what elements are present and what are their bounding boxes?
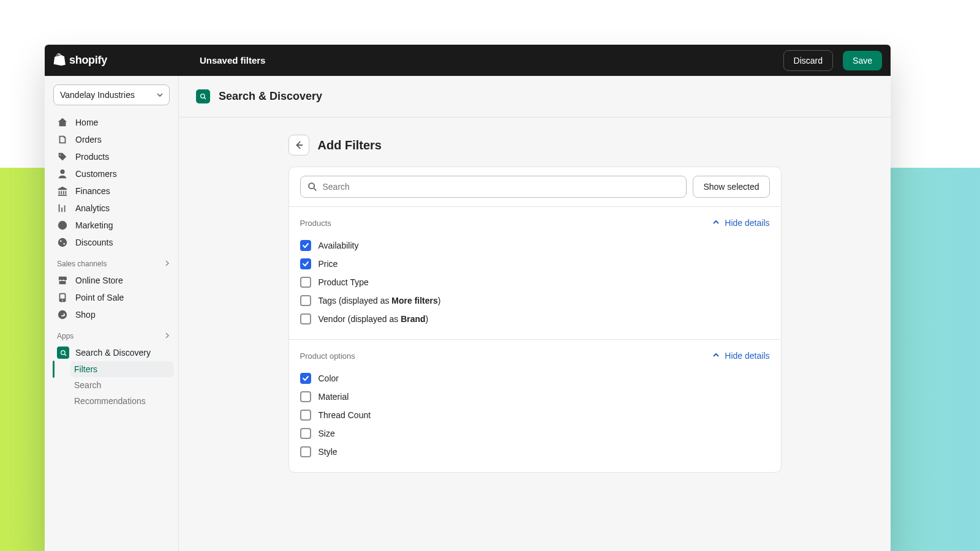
store-icon bbox=[57, 275, 68, 286]
filter-option[interactable]: Style bbox=[300, 443, 770, 461]
subheader-title: Search & Discovery bbox=[219, 90, 322, 103]
checkbox[interactable] bbox=[300, 240, 311, 251]
search-discovery-icon bbox=[196, 89, 210, 103]
page-title: Add Filters bbox=[318, 138, 382, 152]
sidebar: Vandelay Industries Home Orders Products… bbox=[45, 76, 179, 551]
filter-label: Style bbox=[318, 447, 337, 457]
filter-option[interactable]: Vendor (displayed as Brand) bbox=[300, 310, 770, 328]
app-label: Search & Discovery bbox=[75, 348, 151, 358]
group-title: Products bbox=[300, 219, 331, 228]
filter-option[interactable]: Size bbox=[300, 424, 770, 443]
filter-option[interactable]: Availability bbox=[300, 236, 770, 255]
chevron-up-icon bbox=[712, 218, 720, 228]
caret-down-icon bbox=[157, 90, 163, 100]
filter-option[interactable]: Tags (displayed as More filters) bbox=[300, 291, 770, 310]
app-sub-search[interactable]: Search bbox=[70, 377, 174, 393]
brand-text: shopify bbox=[69, 54, 107, 67]
checkbox[interactable] bbox=[300, 446, 311, 457]
filter-label: Vendor (displayed as Brand) bbox=[318, 314, 429, 324]
search-field[interactable] bbox=[300, 176, 687, 198]
nav-products[interactable]: Products bbox=[53, 148, 174, 165]
person-icon bbox=[57, 168, 68, 179]
chevron-up-icon bbox=[712, 351, 720, 361]
nav-label: Products bbox=[75, 152, 109, 162]
shop-icon bbox=[57, 309, 68, 320]
search-icon bbox=[307, 181, 318, 192]
nav-customers[interactable]: Customers bbox=[53, 165, 174, 182]
filter-label: Material bbox=[318, 392, 349, 402]
nav-label: Point of Sale bbox=[75, 293, 124, 302]
filter-label: Tags (displayed as More filters) bbox=[318, 296, 441, 305]
home-icon bbox=[57, 117, 68, 128]
back-button[interactable] bbox=[288, 135, 309, 156]
svg-point-2 bbox=[309, 183, 314, 189]
hide-details-toggle[interactable]: Hide details bbox=[712, 218, 769, 228]
filter-option[interactable]: Price bbox=[300, 255, 770, 273]
filter-group: Product optionsHide detailsColorMaterial… bbox=[289, 340, 781, 472]
chevron-right-icon[interactable] bbox=[164, 332, 170, 340]
filter-label: Color bbox=[318, 373, 339, 383]
sales-channels-header: Sales channels bbox=[53, 251, 174, 272]
checkbox[interactable] bbox=[300, 313, 311, 324]
checkbox[interactable] bbox=[300, 391, 311, 402]
chevron-right-icon[interactable] bbox=[164, 260, 170, 268]
group-title: Product options bbox=[300, 351, 355, 361]
svg-point-0 bbox=[61, 350, 65, 354]
store-selector[interactable]: Vandelay Industries bbox=[53, 84, 170, 105]
discard-button[interactable]: Discard bbox=[783, 50, 833, 71]
channel-pos[interactable]: Point of Sale bbox=[53, 289, 174, 306]
nav-analytics[interactable]: Analytics bbox=[53, 200, 174, 217]
filter-option[interactable]: Color bbox=[300, 369, 770, 388]
hide-details-toggle[interactable]: Hide details bbox=[712, 351, 769, 361]
subheader: Search & Discovery bbox=[179, 76, 891, 118]
checkbox[interactable] bbox=[300, 258, 311, 269]
pos-icon bbox=[57, 292, 68, 303]
checkbox[interactable] bbox=[300, 428, 311, 439]
filter-label: Price bbox=[318, 259, 338, 269]
filter-option[interactable]: Thread Count bbox=[300, 406, 770, 424]
apps-header: Apps bbox=[53, 323, 174, 344]
checkbox[interactable] bbox=[300, 277, 311, 288]
tag-icon bbox=[57, 151, 68, 162]
orders-icon bbox=[57, 134, 68, 145]
svg-point-1 bbox=[201, 94, 205, 99]
chart-icon bbox=[57, 203, 68, 214]
nav-orders[interactable]: Orders bbox=[53, 131, 174, 148]
nav-label: Orders bbox=[75, 135, 102, 144]
app-sub-recommendations[interactable]: Recommendations bbox=[70, 393, 174, 409]
checkbox[interactable] bbox=[300, 373, 311, 384]
store-selector-label: Vandelay Industries bbox=[60, 90, 135, 100]
nav-label: Discounts bbox=[75, 238, 113, 247]
channel-shop[interactable]: Shop bbox=[53, 306, 174, 323]
nav-label: Analytics bbox=[75, 203, 110, 213]
search-input[interactable] bbox=[323, 182, 680, 192]
nav-label: Marketing bbox=[75, 220, 113, 230]
filters-card: Show selected ProductsHide detailsAvaila… bbox=[288, 167, 782, 473]
show-selected-button[interactable]: Show selected bbox=[693, 176, 769, 198]
channel-online-store[interactable]: Online Store bbox=[53, 272, 174, 289]
nav-finances[interactable]: Finances bbox=[53, 182, 174, 200]
nav-label: Customers bbox=[75, 169, 117, 179]
app-search-discovery[interactable]: Search & Discovery bbox=[53, 344, 174, 361]
topbar: shopify Unsaved filters Discard Save bbox=[45, 45, 891, 76]
filter-option[interactable]: Product Type bbox=[300, 273, 770, 291]
filter-label: Thread Count bbox=[318, 410, 371, 420]
nav-discounts[interactable]: Discounts bbox=[53, 234, 174, 251]
checkbox[interactable] bbox=[300, 295, 311, 306]
percent-icon bbox=[57, 237, 68, 248]
arrow-left-icon bbox=[293, 140, 304, 151]
shopify-bag-icon bbox=[53, 53, 67, 68]
bank-icon bbox=[57, 186, 68, 197]
nav-label: Home bbox=[75, 118, 98, 127]
nav-home[interactable]: Home bbox=[53, 114, 174, 131]
save-button[interactable]: Save bbox=[843, 51, 882, 70]
hide-details-label: Hide details bbox=[725, 218, 769, 228]
nav-label: Shop bbox=[75, 310, 96, 320]
filter-option[interactable]: Material bbox=[300, 388, 770, 406]
filter-label: Size bbox=[318, 429, 335, 438]
filter-label: Availability bbox=[318, 241, 359, 250]
nav-marketing[interactable]: Marketing bbox=[53, 217, 174, 234]
app-sub-filters[interactable]: Filters bbox=[70, 361, 174, 377]
checkbox[interactable] bbox=[300, 410, 311, 421]
search-discovery-icon bbox=[57, 347, 69, 359]
